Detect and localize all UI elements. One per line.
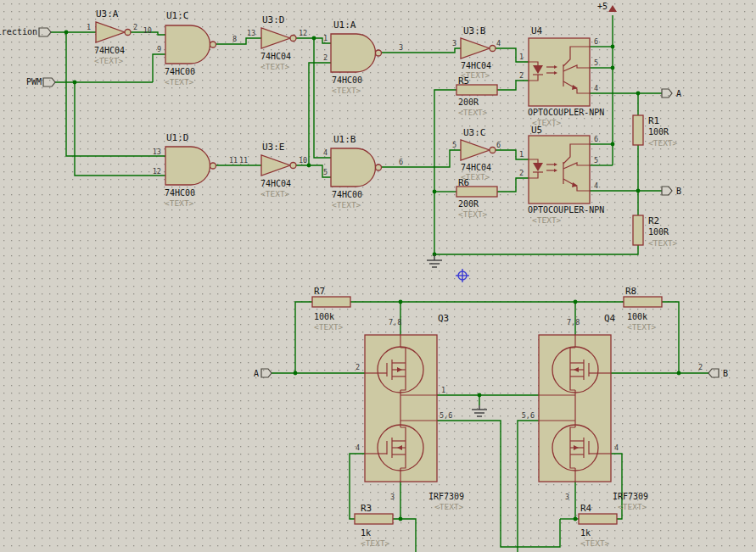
part-value: 100R — [648, 227, 669, 237]
part-ref: R1 — [648, 115, 659, 126]
part-ref: R2 — [648, 215, 659, 226]
pin-number: 10 — [299, 156, 307, 164]
part-value: OPTOCOUPLER-NPN — [528, 205, 604, 215]
pin-number: 1 — [87, 23, 91, 31]
part-ref: R6 — [458, 177, 469, 188]
pin-number: 4 — [323, 148, 328, 157]
pin-number: 6 — [594, 135, 598, 143]
part-placeholder: <TEXT> — [314, 322, 344, 332]
junction-dot — [307, 164, 311, 168]
pin-number: 2 — [323, 53, 328, 62]
part-ref: U4 — [531, 25, 543, 36]
pin-number: 1 — [519, 150, 524, 159]
gate-value: 74HC04 — [461, 61, 491, 70]
pin-number: 13 — [247, 29, 255, 37]
gate-value: 74HC04 — [94, 46, 125, 55]
part-value: 1k — [361, 528, 371, 538]
pin-number: 6 — [496, 141, 501, 149]
pin-number: 13 — [153, 148, 161, 156]
pin-number: 5 — [594, 156, 598, 164]
part-ref: R8 — [625, 286, 636, 297]
schematic-canvas[interactable]: Direction PWM +5 A B A B U3:A — [0, 0, 756, 552]
gate-ref: U1:C — [166, 10, 189, 21]
pin-number: 5 — [452, 141, 456, 149]
part-ref: R7 — [314, 286, 325, 297]
pin-number: 5,6 — [440, 411, 452, 420]
pin-number: 11 — [229, 156, 238, 164]
part-placeholder: <TEXT> — [434, 502, 464, 511]
pin-number: 4 — [356, 443, 360, 452]
terminal-label: Direction — [0, 27, 37, 36]
gate-ref: U3:D — [262, 14, 285, 25]
part-placeholder: <TEXT> — [361, 538, 390, 548]
pin-number: 3 — [390, 493, 395, 501]
junction-dot — [611, 142, 615, 147]
terminal-label: B — [723, 369, 728, 378]
junction-dot — [611, 66, 615, 70]
pin-number: 9 — [157, 45, 161, 53]
pin-number: 3 — [452, 39, 456, 47]
gate-placeholder: <TEXT> — [332, 86, 361, 95]
pin-number: 5,6 — [522, 411, 535, 420]
terminal-label: B — [676, 187, 681, 196]
gate-ref: U3:B — [463, 25, 486, 36]
part-placeholder: <TEXT> — [580, 538, 610, 548]
gate-placeholder: <TEXT> — [165, 198, 194, 208]
part-value: 100k — [627, 312, 647, 321]
pin-number: 4 — [594, 84, 598, 92]
gate-placeholder: <TEXT> — [260, 62, 290, 71]
junction-dot — [294, 371, 298, 376]
junction-dot — [574, 300, 578, 304]
junction-dot — [433, 190, 437, 194]
part-placeholder: <TEXT> — [648, 238, 678, 248]
pin-number: 2 — [133, 23, 137, 31]
junction-dot — [399, 517, 403, 521]
part-ref: Q4 — [604, 313, 616, 324]
terminal-label: PWM — [26, 77, 42, 86]
pin-number: 8 — [232, 35, 237, 43]
terminal-label: A — [676, 89, 681, 98]
part-ref: R5 — [458, 75, 469, 86]
pin-number: 2 — [356, 363, 360, 371]
pin-number: 2 — [519, 71, 524, 80]
terminal-label: +5 — [597, 2, 608, 11]
junction-dot — [574, 517, 578, 521]
pin-number: 6 — [399, 158, 403, 166]
part-placeholder: <TEXT> — [627, 322, 657, 332]
pin-number: 4 — [496, 39, 501, 47]
terminal-label: A — [254, 369, 259, 378]
gate-ref: U1:B — [333, 134, 356, 145]
part-placeholder: <TEXT> — [532, 215, 562, 225]
gate-placeholder: <TEXT> — [165, 77, 194, 86]
part-ref: R4 — [580, 503, 592, 514]
part-placeholder: <TEXT> — [458, 209, 488, 219]
gate-value: 74HC04 — [461, 163, 491, 172]
junction-dot — [64, 31, 69, 35]
part-value: OPTOCOUPLER-NPN — [528, 108, 604, 117]
part-placeholder: <TEXT> — [458, 108, 488, 117]
gate-value: 74HC00 — [165, 67, 195, 76]
junction-dot — [636, 92, 641, 96]
junction-dot — [677, 371, 681, 376]
part-ref: R3 — [361, 503, 372, 514]
junction-dot — [399, 300, 403, 304]
pin-number: 1 — [323, 34, 328, 42]
gate-value: 74HC00 — [165, 188, 195, 198]
junction-dot — [73, 81, 77, 85]
gate-placeholder: <TEXT> — [332, 200, 361, 209]
part-value: 200R — [458, 98, 479, 107]
part-placeholder: <TEXT> — [618, 502, 647, 511]
pin-number: 3 — [399, 43, 403, 52]
pin-number: 10 — [143, 26, 152, 35]
pin-number: 4 — [614, 443, 619, 452]
junction-dot — [636, 189, 641, 193]
part-ref: Q3 — [438, 313, 449, 324]
part-value: 100k — [314, 312, 334, 321]
gate-ref: U3:A — [96, 8, 119, 20]
gate-ref: U1:D — [166, 132, 189, 143]
part-value: 1k — [580, 528, 591, 538]
gate-ref: U1:A — [333, 20, 356, 31]
gate-value: 74HC04 — [260, 52, 291, 61]
gate-ref: U3:E — [262, 142, 285, 153]
pin-number: 1 — [441, 386, 445, 394]
